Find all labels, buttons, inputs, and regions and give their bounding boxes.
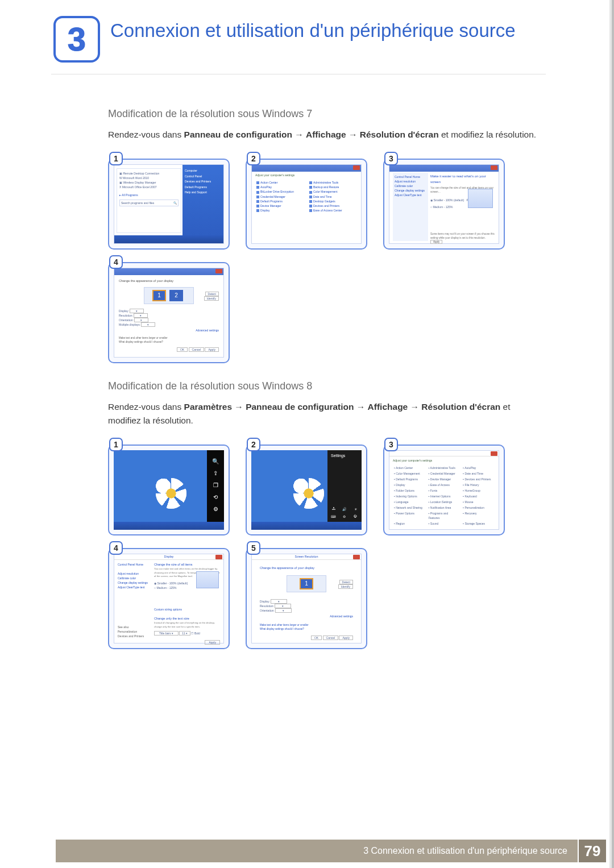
- arrow-icon: →: [408, 402, 421, 412]
- page-side-rail-inner: [612, 0, 614, 868]
- mini-window: ▣ Remote Desktop Connection W Microsoft …: [114, 164, 224, 244]
- win8-step-3: 3 Adjust your computer's settings ▪ Acti…: [383, 438, 505, 535]
- win8-step-2: 2 Settings 🖧🔊☀ ⌨⚙⏻ Change PC settings: [246, 438, 367, 535]
- arrow-icon: →: [346, 130, 360, 139]
- win8-step-5: 5 Screen Resolution Change the appearanc…: [246, 541, 367, 649]
- taskbar: [251, 522, 362, 530]
- cp-header: Adjust your computer's settings: [393, 459, 495, 462]
- page-number: 79: [579, 840, 606, 862]
- right-pane: Change the size of all items You can mak…: [154, 562, 220, 645]
- right-items: ComputerControl PanelDevices and Printer…: [182, 165, 223, 199]
- screenshot-display-settings: Control Panel HomeAdjust resolutionCalib…: [383, 159, 505, 250]
- cp-items: Action CenterAdministrative Tools AutoPl…: [256, 181, 356, 212]
- arrow-icon: →: [354, 402, 367, 412]
- right-pane: Make it easier to read what's on your sc…: [430, 173, 495, 244]
- win7-step-1: 1 ▣ Remote Desktop Connection W Microsof…: [108, 152, 230, 250]
- res-body: Change the appearance of your display 1 …: [260, 566, 353, 640]
- resolution-window: Screen Resolution Change the appearance …: [251, 554, 362, 643]
- screenshot-display: Display Control Panel HomeAdjust resolut…: [108, 548, 230, 649]
- page-footer: 3 Connexion et utilisation d'un périphér…: [0, 835, 614, 868]
- titlebar: [252, 165, 361, 172]
- win7-heading: Modification de la résolution sous Windo…: [108, 108, 540, 120]
- path-item: Panneau de configuration: [184, 130, 292, 139]
- text: et modifiez la résolution.: [439, 130, 536, 139]
- win8-screenshots-row-2: 4 Display Control Panel HomeAdjust resol…: [108, 541, 540, 649]
- path-item: Panneau de configuration: [246, 402, 354, 412]
- res-body: Change the appearance of your display 1 …: [119, 279, 219, 352]
- settings-header: Settings: [327, 450, 362, 461]
- chapter-number-badge: 3: [53, 16, 100, 63]
- screenshot-screen-resolution: Screen Resolution Change the appearance …: [246, 548, 367, 649]
- chapter-number: 3: [68, 23, 86, 56]
- screenshot-start-menu: ▣ Remote Desktop Connection W Microsoft …: [108, 159, 230, 250]
- path-item: Affichage: [368, 402, 408, 412]
- footer-text: 3 Connexion et utilisation d'un périphér…: [363, 846, 567, 856]
- win8-step-1: 1 🔍 ⇪ ❐ ⟲ ⚙ 10:17: [108, 438, 230, 535]
- step-badge: 1: [109, 152, 123, 165]
- win7-step-3: 3 Control Panel HomeAdjust resolutionCal…: [383, 152, 505, 250]
- taskbar: [114, 522, 224, 530]
- step-badge: 3: [384, 152, 398, 165]
- screenshot-charms-bar: 🔍 ⇪ ❐ ⟲ ⚙ 10:17: [108, 445, 230, 535]
- chapter-title: Connexion et utilisation d'un périphériq…: [110, 19, 542, 42]
- titlebar: [389, 451, 499, 456]
- titlebar: Screen Resolution: [252, 554, 361, 560]
- arrow-icon: →: [292, 130, 306, 139]
- step-badge: 2: [247, 152, 260, 165]
- start-menu-left: ▣ Remote Desktop Connection W Microsoft …: [117, 168, 181, 233]
- win8-section: Modification de la résolution sous Windo…: [108, 380, 540, 649]
- win8-instruction: Rendez-vous dans Paramètres → Panneau de…: [108, 400, 540, 427]
- display-window: Control Panel HomeAdjust resolutionCalib…: [389, 164, 499, 244]
- start-menu-right: ComputerControl PanelDevices and Printer…: [182, 165, 223, 243]
- display-window: Display Control Panel HomeAdjust resolut…: [114, 554, 224, 643]
- screenshot-screen-resolution: Change the appearance of your display 1 …: [108, 262, 230, 363]
- text: Rendez-vous dans: [108, 402, 184, 412]
- desktop-wallpaper: Settings 🖧🔊☀ ⌨⚙⏻ Change PC settings: [251, 450, 362, 530]
- flower-icon: [158, 480, 184, 506]
- content-area: Modification de la résolution sous Windo…: [108, 108, 540, 655]
- close-icon: [353, 165, 360, 170]
- screenshot-control-panel-all: Adjust your computer's settings ▪ Action…: [383, 445, 505, 535]
- arrow-icon: →: [232, 402, 246, 412]
- cp-header: Adjust your computer's settings: [255, 173, 358, 177]
- charms-bar: 🔍 ⇪ ❐ ⟲ ⚙: [207, 450, 224, 530]
- win7-step-2: 2 Adjust your computer's settings Action…: [246, 152, 367, 250]
- win7-screenshots-row-1: 1 ▣ Remote Desktop Connection W Microsof…: [108, 152, 540, 250]
- close-icon: [215, 269, 222, 273]
- win8-step-4: 4 Display Control Panel HomeAdjust resol…: [108, 541, 230, 649]
- titlebar: [389, 165, 499, 172]
- path-item: Résolution d'écran: [421, 402, 500, 412]
- titlebar: [114, 268, 223, 275]
- flower-icon: [296, 480, 322, 506]
- desktop-wallpaper: 🔍 ⇪ ❐ ⟲ ⚙ 10:17: [114, 450, 224, 530]
- control-panel-window: Adjust your computer's settings Action C…: [251, 164, 362, 244]
- win7-step-4: 4 Change the appearance of your display …: [108, 255, 230, 363]
- close-icon: [491, 165, 497, 170]
- screenshot-control-panel: Adjust your computer's settings Action C…: [246, 159, 367, 250]
- divider: [51, 74, 546, 74]
- cp-all-items: Adjust your computer's settings ▪ Action…: [389, 450, 499, 530]
- step-badge: 2: [247, 438, 260, 451]
- text: Rendez-vous dans: [108, 130, 184, 139]
- cp-items-grid: ▪ Action Center▪ Administrative Tools▪ A…: [394, 466, 494, 526]
- close-icon: [215, 555, 222, 559]
- settings-pane: Settings 🖧🔊☀ ⌨⚙⏻ Change PC settings: [327, 450, 362, 530]
- step-badge: 4: [109, 541, 123, 555]
- step-badge: 3: [384, 438, 398, 451]
- close-icon: [353, 555, 360, 559]
- win8-screenshots-row-1: 1 🔍 ⇪ ❐ ⟲ ⚙ 10:17: [108, 438, 540, 535]
- path-item: Résolution d'écran: [360, 130, 439, 139]
- path-item: Affichage: [306, 130, 346, 139]
- menu-items: ▣ Remote Desktop Connection W Microsoft …: [117, 169, 181, 209]
- resolution-window: Change the appearance of your display 1 …: [114, 268, 224, 358]
- manual-page: 3 Connexion et utilisation d'un périphér…: [0, 0, 614, 868]
- left-pane: Control Panel HomeAdjust resolutionCalib…: [118, 562, 151, 641]
- step-badge: 4: [109, 255, 123, 269]
- close-icon: [491, 451, 497, 456]
- titlebar: Display: [114, 554, 223, 560]
- win7-screenshots-row-2: 4 Change the appearance of your display …: [108, 255, 540, 363]
- step-badge: 5: [247, 541, 260, 555]
- win7-instruction: Rendez-vous dans Panneau de configuratio…: [108, 128, 540, 142]
- step-badge: 1: [109, 438, 123, 451]
- win8-heading: Modification de la résolution sous Windo…: [108, 380, 540, 392]
